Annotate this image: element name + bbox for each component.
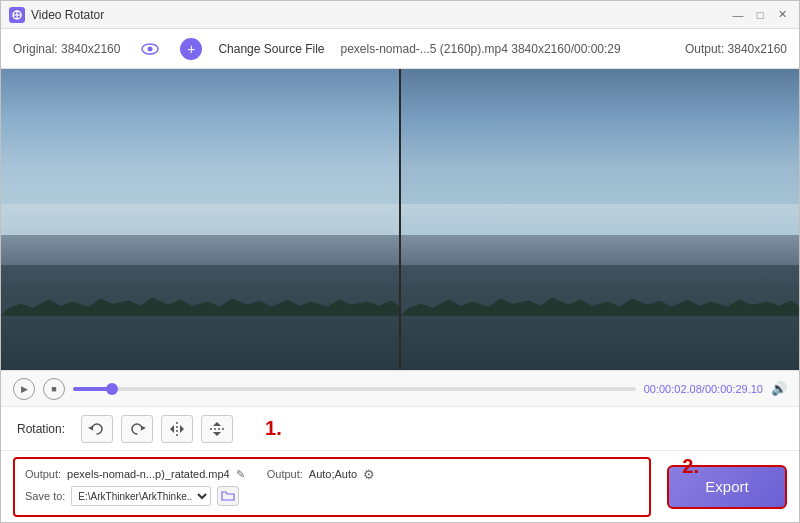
add-file-button[interactable]: + [180, 38, 202, 60]
rotate-left-button[interactable] [81, 415, 113, 443]
preview-area [1, 69, 799, 370]
toolbar: Original: 3840x2160 + Change Source File… [1, 29, 799, 69]
output-format-value: Auto;Auto [309, 468, 357, 480]
svg-point-4 [148, 46, 153, 51]
output-video-frame [401, 69, 799, 370]
title-bar: Video Rotator — □ ✕ [1, 1, 799, 29]
file-info-label: pexels-nomad-...5 (2160p).mp4 3840x2160/… [340, 42, 668, 56]
output-resolution-label: Output: 3840x2160 [685, 42, 787, 56]
browse-folder-button[interactable] [217, 486, 239, 506]
svg-marker-12 [213, 432, 221, 436]
preview-toggle-button[interactable] [136, 35, 164, 63]
volume-button[interactable]: 🔊 [771, 381, 787, 396]
output-preview-panel [399, 69, 799, 370]
output-settings-panel: Output: pexels-nomad-n...p)_ratated.mp4 … [13, 457, 651, 517]
change-source-button[interactable]: Change Source File [218, 42, 324, 56]
svg-marker-8 [170, 425, 174, 433]
stop-button[interactable]: ■ [43, 378, 65, 400]
original-video-frame [1, 69, 399, 370]
svg-marker-11 [213, 422, 221, 426]
progress-thumb[interactable] [106, 383, 118, 395]
app-icon [9, 7, 25, 23]
forest-line-right [401, 296, 799, 316]
edit-filename-button[interactable]: ✎ [236, 468, 245, 481]
rotate-right-button[interactable] [121, 415, 153, 443]
minimize-button[interactable]: — [729, 6, 747, 24]
window-controls: — □ ✕ [729, 6, 791, 24]
mist-overlay-right [401, 204, 799, 264]
original-resolution-label: Original: 3840x2160 [13, 42, 120, 56]
mist-overlay [1, 204, 399, 264]
format-settings-button[interactable]: ⚙ [363, 467, 375, 482]
window-title: Video Rotator [31, 8, 729, 22]
output-filename: pexels-nomad-n...p)_ratated.mp4 [67, 468, 230, 480]
time-display: 00:00:02.08/00:00:29.10 [644, 383, 763, 395]
output-format-label: Output: [267, 468, 303, 480]
flip-horizontal-button[interactable] [161, 415, 193, 443]
rotation-label: Rotation: [17, 422, 65, 436]
playback-controls-bar: ▶ ■ 00:00:02.08/00:00:29.10 🔊 [1, 370, 799, 406]
svg-marker-9 [180, 425, 184, 433]
progress-bar[interactable] [73, 387, 636, 391]
output-export-bar: Output: pexels-nomad-n...p)_ratated.mp4 … [1, 450, 799, 522]
output-file-label: Output: [25, 468, 61, 480]
play-button[interactable]: ▶ [13, 378, 35, 400]
step2-label: 2. [682, 455, 699, 478]
maximize-button[interactable]: □ [751, 6, 769, 24]
flip-vertical-button[interactable] [201, 415, 233, 443]
forest-line [1, 296, 399, 316]
app-window: Video Rotator — □ ✕ Original: 3840x2160 … [0, 0, 800, 523]
close-button[interactable]: ✕ [773, 6, 791, 24]
original-preview-panel [1, 69, 399, 370]
step1-label: 1. [265, 417, 282, 440]
rotation-controls-bar: Rotation: [1, 406, 799, 450]
save-path-select[interactable]: E:\ArkThinker\ArkThinke... Ultimate\Vide… [71, 486, 211, 506]
output-file-row: Output: pexels-nomad-n...p)_ratated.mp4 … [25, 467, 639, 482]
save-to-row: Save to: E:\ArkThinker\ArkThinke... Ulti… [25, 486, 639, 506]
save-to-label: Save to: [25, 490, 65, 502]
